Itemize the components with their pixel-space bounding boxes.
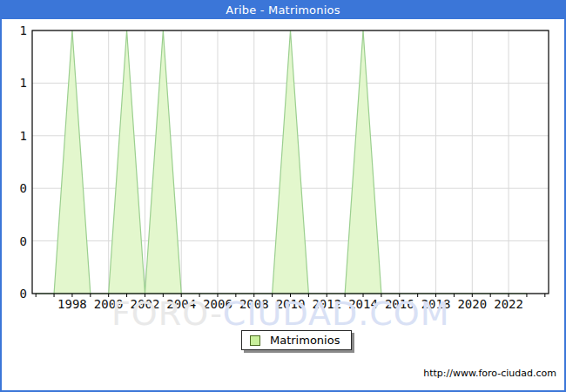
y-tick-label: 0 (20, 287, 27, 301)
x-tick-label: 2004 (166, 297, 196, 311)
x-tick-label: 2012 (312, 297, 341, 311)
area-series (36, 30, 527, 294)
x-tick-label: 1998 (57, 297, 87, 311)
footer-url: http://www.foro-ciudad.com (423, 368, 556, 379)
y-tick-label: 1 (20, 129, 27, 143)
legend-box: Matrimonios (241, 330, 352, 350)
chart-window: Aribe - Matrimonios 19982000200220042006… (0, 0, 566, 392)
x-tick-label: 2006 (203, 297, 232, 311)
x-tick-label: 2010 (276, 297, 306, 311)
x-tick-label: 2000 (94, 297, 124, 311)
y-tick-label: 0 (20, 234, 27, 248)
y-tick-label: 1 (20, 24, 27, 37)
y-tick-label: 0 (20, 181, 27, 195)
x-tick-label: 2002 (131, 297, 160, 311)
legend-label: Matrimonios (270, 334, 340, 347)
x-tick-label: 2016 (385, 297, 414, 311)
x-tick-label: 2008 (239, 297, 269, 311)
x-tick-label: 2014 (348, 297, 378, 311)
x-tick-label: 2020 (457, 297, 487, 311)
x-tick-label: 2022 (494, 297, 523, 311)
legend-swatch (250, 335, 260, 346)
matrimonios-area-chart: 1998200020022004200620082010201220142016… (2, 2, 564, 373)
x-tick-label: 2018 (421, 297, 451, 311)
y-tick-label: 1 (20, 76, 27, 90)
